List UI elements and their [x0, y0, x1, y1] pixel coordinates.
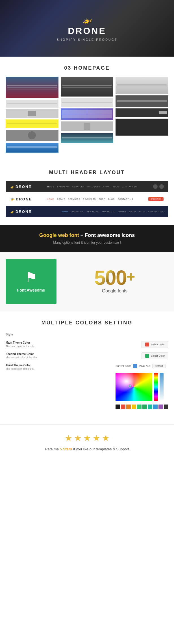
current-color-val: #14170e	[139, 365, 150, 367]
swatch-lightgreen[interactable]	[137, 405, 142, 409]
font-awesome-flag-icon: ⚑	[25, 270, 38, 284]
second-color-dot	[145, 354, 149, 358]
dark-icon-1[interactable]	[153, 184, 158, 189]
rating-section: ★ ★ ★ ★ ★ Rate me 5 Stars if you like ou…	[0, 424, 174, 460]
homepage-col-2	[61, 77, 114, 153]
white-nav-home[interactable]: HOME	[47, 198, 54, 200]
dark-nav-blog[interactable]: BLOG	[112, 186, 119, 188]
webfont-title-part2: Font awesome icons	[85, 232, 135, 238]
font-cards-container: ⚑ Font Awesome 500 + Google fonts	[6, 259, 168, 304]
star-3: ★	[83, 433, 91, 443]
homepage-thumb-3-1	[116, 77, 168, 94]
colors-section-title: MULTIPLE COLORS SETTING	[6, 320, 168, 326]
dark-bar-logo-row: 🚁 DRONE	[10, 185, 32, 189]
white-bar-cta-btn[interactable]: ORDER NOW	[148, 197, 164, 201]
second-theme-color-row: Second Theme Color The second color of t…	[6, 352, 168, 359]
navy-nav-portfolio[interactable]: PORTFOLIO	[102, 211, 116, 213]
color-spectrum[interactable]	[116, 373, 152, 401]
navy-nav-home[interactable]: HOME	[62, 211, 69, 213]
hero-title: DRONE	[57, 26, 118, 36]
header-layout-section: MULTI HEADER LAYOUT 🚁 DRONE HOME ABOUT U…	[0, 161, 174, 225]
swatch-yellow[interactable]	[132, 405, 136, 409]
main-color-info: Main Theme Color The main color of the s…	[6, 341, 136, 348]
dark-nav-home[interactable]: HOME	[47, 186, 54, 188]
swatch-black[interactable]	[116, 405, 120, 409]
swatch-teal[interactable]	[148, 405, 152, 409]
google-500-text: 500	[94, 269, 127, 286]
navy-nav-shop[interactable]: SHOP	[129, 211, 136, 213]
swatch-red[interactable]	[121, 405, 125, 409]
homepage-thumb-1-6	[6, 143, 58, 153]
dark-nav-contact[interactable]: CONTACT US	[122, 186, 138, 188]
color-hue-bar[interactable]	[154, 373, 158, 401]
dark-nav-services[interactable]: SERVICES	[72, 186, 84, 188]
white-bar-drone-icon: 🚁	[10, 197, 15, 201]
dark-icon-2[interactable]	[159, 184, 164, 189]
homepage-grid	[6, 77, 168, 153]
webfont-title-highlight: Google web font	[39, 232, 79, 238]
color-alpha-bar[interactable]	[160, 373, 164, 401]
homepage-thumb-1-4	[6, 119, 58, 128]
white-nav-contact[interactable]: CONTACT US	[118, 198, 133, 200]
white-nav-shop[interactable]: SHOP	[99, 198, 105, 200]
dark-nav-about[interactable]: ABOUT US	[57, 186, 69, 188]
main-color-name: Main Theme Color	[6, 341, 136, 344]
homepage-thumb-2-1	[61, 77, 114, 97]
main-theme-color-row: Main Theme Color The main color of the s…	[6, 341, 168, 348]
homepage-thumb-3-4	[116, 119, 168, 136]
header-bar-navy: 🚁 DRONE HOME ABOUT US SERVICES PORTFOLIO…	[6, 206, 168, 217]
swatch-green[interactable]	[142, 405, 147, 409]
white-bar-nav: HOME ABOUT SERVICES PROJECTS SHOP BLOG C…	[47, 198, 133, 200]
navy-nav-about[interactable]: ABOUT US	[71, 211, 84, 213]
second-color-select-btn[interactable]: Select Color	[142, 352, 168, 359]
navy-nav-blog[interactable]: BLOG	[139, 211, 145, 213]
header-bars: 🚁 DRONE HOME ABOUT US SERVICES PROJECTS …	[6, 181, 168, 217]
white-nav-projects[interactable]: PROJECTS	[83, 198, 96, 200]
star-4: ★	[93, 433, 100, 443]
third-theme-color-row: Third Theme Color The third color of the…	[6, 364, 168, 411]
swatch-darkgray[interactable]	[164, 405, 168, 409]
homepage-thumb-1-2	[6, 100, 58, 108]
hero-section: 🚁 DRONE SHOPIFY SINGLE PRODUCT	[0, 0, 174, 57]
webfont-title-connector: +	[81, 232, 85, 238]
homepage-col-3	[116, 77, 168, 153]
navy-bar-drone-icon: 🚁	[10, 209, 14, 213]
dark-nav-projects[interactable]: PROJECTS	[87, 186, 100, 188]
navy-nav-services[interactable]: SERVICES	[87, 211, 99, 213]
webfont-title: Google web font + Font awesome icons	[6, 232, 168, 238]
homepage-thumb-1-3	[6, 109, 58, 118]
webfont-section: Google web font + Font awesome icons Man…	[0, 225, 174, 252]
dark-nav-shop[interactable]: SHOP	[103, 186, 110, 188]
second-color-btn-label: Select Color	[151, 354, 165, 357]
dark-bar-logo: DRONE	[16, 185, 32, 189]
hero-subtitle: SHOPIFY SINGLE PRODUCT	[57, 38, 118, 41]
rating-text-after: if you like our templates & Support	[72, 447, 129, 451]
navy-nav-pages[interactable]: PAGES	[118, 211, 127, 213]
white-bar-logo-row: 🚁 DRONE	[10, 197, 32, 201]
navy-bar-nav: HOME ABOUT US SERVICES PORTFOLIO PAGES S…	[62, 211, 164, 213]
main-color-select-btn[interactable]: Select Color	[142, 341, 168, 348]
font-awesome-label: Font Awesome	[17, 288, 45, 292]
white-nav-about[interactable]: ABOUT	[57, 198, 65, 200]
swatch-purple[interactable]	[158, 405, 163, 409]
google-fonts-label: Google fonts	[102, 288, 128, 294]
homepage-thumb-2-4	[61, 121, 114, 131]
white-nav-services[interactable]: SERVICES	[68, 198, 80, 200]
white-bar-logo: DRONE	[16, 197, 32, 201]
color-picker-container	[116, 373, 168, 401]
second-color-info: Second Theme Color The second color of t…	[6, 352, 136, 359]
header-bar-dark: 🚁 DRONE HOME ABOUT US SERVICES PROJECTS …	[6, 181, 168, 192]
white-nav-blog[interactable]: BLOG	[108, 198, 115, 200]
navy-nav-contact[interactable]: CONTACT US	[148, 211, 164, 213]
homepage-col-1	[6, 77, 58, 153]
swatch-orange[interactable]	[126, 405, 131, 409]
homepage-thumb-2-5	[61, 133, 114, 143]
current-color-label: Current Color	[116, 365, 131, 367]
current-color-swatch	[133, 364, 137, 368]
star-1: ★	[65, 433, 72, 443]
second-color-desc: The second color of the site.	[6, 356, 136, 359]
hero-content: 🚁 DRONE SHOPIFY SINGLE PRODUCT	[57, 15, 118, 41]
google-fonts-card: 500 + Google fonts	[61, 259, 168, 304]
color-default-btn[interactable]: Default	[152, 364, 166, 368]
swatch-blue[interactable]	[153, 405, 158, 409]
